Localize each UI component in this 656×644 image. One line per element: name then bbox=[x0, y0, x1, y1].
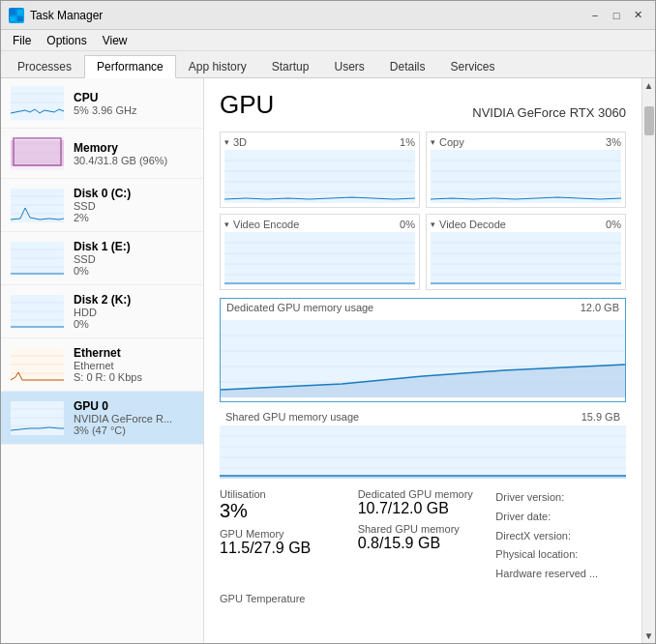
main-content: CPU 5% 3.96 GHz Memory bbox=[1, 78, 655, 643]
chart-3d: ▾ 3D 1% bbox=[220, 132, 420, 208]
title-bar-left: Task Manager bbox=[9, 8, 103, 23]
tab-services[interactable]: Services bbox=[438, 54, 508, 77]
menu-file[interactable]: File bbox=[5, 32, 39, 49]
shared-max-text: 15.9 GB bbox=[581, 411, 620, 423]
tab-performance[interactable]: Performance bbox=[84, 55, 176, 78]
title-bar: Task Manager − □ ✕ bbox=[1, 1, 655, 30]
sidebar-item-ethernet[interactable]: Ethernet Ethernet S: 0 R: 0 Kbps bbox=[1, 338, 203, 392]
tab-startup[interactable]: Startup bbox=[259, 54, 322, 77]
window-title: Task Manager bbox=[30, 9, 103, 22]
tab-bar: Processes Performance App history Startu… bbox=[1, 51, 655, 78]
chart-ve-area bbox=[224, 232, 415, 285]
driver-info-text: Driver version: Driver date: DirectX ver… bbox=[495, 488, 626, 584]
tab-app-history[interactable]: App history bbox=[176, 54, 259, 77]
chevron-copy-icon: ▾ bbox=[431, 137, 435, 147]
cpu-sidebar-info: CPU 5% 3.96 GHz bbox=[74, 91, 194, 116]
svg-rect-4 bbox=[11, 86, 64, 120]
chart-copy: ▾ Copy 3% bbox=[426, 132, 626, 208]
svg-rect-2 bbox=[10, 16, 15, 21]
sidebar: CPU 5% 3.96 GHz Memory bbox=[1, 78, 204, 643]
sidebar-item-memory[interactable]: Memory 30.4/31.8 GB (96%) bbox=[1, 129, 203, 179]
stats-grid: Utilisation 3% GPU Memory 11.5/27.9 GB D… bbox=[220, 488, 626, 584]
utilisation-label: Utilisation bbox=[220, 488, 350, 500]
svg-rect-12 bbox=[11, 140, 64, 166]
gpu-memory-label: GPU Memory bbox=[220, 528, 350, 540]
disk2-sub2: 0% bbox=[74, 318, 194, 330]
gpu-memory-value: 11.5/27.9 GB bbox=[220, 540, 350, 557]
chart-3d-label: ▾ 3D 1% bbox=[224, 136, 415, 148]
disk0-sub1: SSD bbox=[74, 200, 194, 212]
scrollbar[interactable]: ▲ ▼ bbox=[641, 78, 655, 643]
scroll-down-icon[interactable]: ▼ bbox=[644, 630, 654, 643]
stat-utilisation: Utilisation 3% GPU Memory 11.5/27.9 GB bbox=[220, 488, 350, 584]
svg-rect-3 bbox=[17, 16, 23, 21]
gpu0-sub1: NVIDIA GeForce R... bbox=[74, 413, 194, 424]
driver-version-label: Driver version: bbox=[495, 491, 564, 503]
disk0-sidebar-info: Disk 0 (C:) SSD 2% bbox=[74, 187, 194, 223]
gpu0-label: GPU 0 bbox=[74, 399, 194, 413]
svg-rect-30 bbox=[11, 401, 64, 435]
ethernet-sub1: Ethernet bbox=[74, 360, 194, 371]
sidebar-item-gpu0[interactable]: GPU 0 NVIDIA GeForce R... 3% (47 °C) bbox=[1, 392, 203, 445]
cpu-mini-chart bbox=[11, 86, 64, 120]
chevron-vd-icon: ▾ bbox=[431, 220, 435, 229]
stat-dedicated: Dedicated GPU memory 10.7/12.0 GB Shared… bbox=[358, 488, 489, 584]
disk2-mini-chart bbox=[11, 295, 64, 329]
utilisation-value: 3% bbox=[220, 500, 350, 522]
close-button[interactable]: ✕ bbox=[628, 6, 647, 25]
svg-rect-49 bbox=[431, 232, 621, 285]
chart-vd-pct: 0% bbox=[606, 219, 621, 230]
gpu-title: GPU bbox=[220, 90, 274, 120]
disk0-label: Disk 0 (C:) bbox=[74, 187, 194, 200]
svg-rect-34 bbox=[224, 150, 415, 203]
scroll-up-icon[interactable]: ▲ bbox=[644, 78, 654, 91]
dedicated-max-text: 12.0 GB bbox=[581, 302, 619, 313]
chevron-ve-icon: ▾ bbox=[224, 220, 229, 229]
chart-vd-name: Video Decode bbox=[439, 219, 506, 230]
gpu0-sidebar-info: GPU 0 NVIDIA GeForce R... 3% (47 °C) bbox=[74, 399, 194, 436]
svg-rect-44 bbox=[224, 232, 415, 285]
sidebar-item-cpu[interactable]: CPU 5% 3.96 GHz bbox=[1, 78, 203, 129]
memory-mini-chart bbox=[11, 136, 64, 170]
minimize-button[interactable]: − bbox=[585, 6, 605, 25]
chart-vd-label: ▾ Video Decode 0% bbox=[431, 219, 621, 230]
svg-rect-1 bbox=[17, 10, 23, 15]
driver-date-label: Driver date: bbox=[495, 511, 551, 522]
memory-sub: 30.4/31.8 GB (96%) bbox=[74, 155, 194, 166]
shared-gpu-section: Shared GPU memory usage 15.9 GB bbox=[220, 408, 626, 479]
dedicated-memory-chart bbox=[221, 320, 625, 397]
chart-3d-pct: 1% bbox=[400, 136, 415, 148]
dedicated-gpu-mem-label: Dedicated GPU memory bbox=[358, 488, 489, 500]
gpu-temp-section: GPU Temperature bbox=[220, 592, 626, 605]
directx-label: DirectX version: bbox=[495, 530, 571, 542]
tab-processes[interactable]: Processes bbox=[5, 54, 84, 77]
gpu0-mini-chart bbox=[11, 401, 64, 435]
svg-rect-60 bbox=[220, 425, 626, 479]
disk1-mini-chart bbox=[11, 242, 64, 276]
title-controls: − □ ✕ bbox=[585, 6, 647, 25]
shared-label-text: Shared GPU memory usage bbox=[225, 411, 359, 423]
sidebar-item-disk0[interactable]: Disk 0 (C:) SSD 2% bbox=[1, 179, 203, 232]
chart-copy-pct: 3% bbox=[606, 136, 621, 148]
chart-copy-area bbox=[431, 150, 621, 203]
svg-rect-39 bbox=[431, 150, 621, 203]
chart-3d-name: 3D bbox=[233, 136, 247, 148]
gpu0-sub2: 3% (47 °C) bbox=[74, 424, 194, 436]
ethernet-sidebar-info: Ethernet Ethernet S: 0 R: 0 Kbps bbox=[74, 346, 194, 383]
tab-users[interactable]: Users bbox=[321, 54, 376, 77]
scroll-thumb[interactable] bbox=[644, 106, 654, 135]
menu-view[interactable]: View bbox=[95, 32, 135, 49]
maximize-button[interactable]: □ bbox=[607, 6, 626, 25]
disk2-sidebar-info: Disk 2 (K:) HDD 0% bbox=[74, 293, 194, 330]
menu-options[interactable]: Options bbox=[39, 32, 94, 49]
sidebar-item-disk2[interactable]: Disk 2 (K:) HDD 0% bbox=[1, 285, 203, 338]
ethernet-mini-chart bbox=[11, 348, 64, 382]
shared-gpu-mem-label: Shared GPU memory bbox=[358, 523, 489, 535]
main-panel: GPU NVIDIA GeForce RTX 3060 ▾ 3D 1% bbox=[204, 78, 641, 643]
sidebar-item-disk1[interactable]: Disk 1 (E:) SSD 0% bbox=[1, 232, 203, 285]
disk2-label: Disk 2 (K:) bbox=[74, 293, 194, 307]
tab-details[interactable]: Details bbox=[377, 54, 438, 77]
shared-gpu-mem-value: 0.8/15.9 GB bbox=[358, 535, 489, 552]
ethernet-sub2: S: 0 R: 0 Kbps bbox=[74, 371, 194, 383]
chart-video-decode: ▾ Video Decode 0% bbox=[426, 214, 626, 290]
